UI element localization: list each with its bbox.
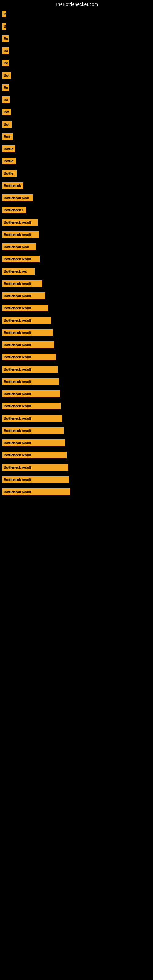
bar-label: Bottleneck result <box>2 439 65 446</box>
bar-label: Bo <box>2 35 9 42</box>
bar-row: Bo <box>2 59 151 68</box>
bar-row: Bottleneck result <box>2 218 151 227</box>
bar-row: Bottle <box>2 144 151 153</box>
bar-row-container: Bott <box>0 130 153 143</box>
bar-row: B <box>2 10 151 19</box>
bar-label: Bo <box>2 84 9 91</box>
bar-row: Bottleneck result <box>2 279 151 288</box>
bar-row-container: Bottleneck <box>0 180 153 192</box>
bar-row: Bottleneck r <box>2 205 151 215</box>
bar-row: Bottleneck result <box>2 414 151 423</box>
bar-row: Bottleneck result <box>2 389 151 398</box>
bar-row-container: Bottleneck result <box>0 486 153 498</box>
bar-row: Bottleneck resu <box>2 242 151 251</box>
bar-row-container: Bo <box>0 45 153 57</box>
bar-row-container: Bo <box>0 57 153 69</box>
bar-row-container: Bot <box>0 118 153 130</box>
bar-row-container: Bottleneck result <box>0 290 153 302</box>
bar-label: B <box>2 11 6 18</box>
bar-row-container: Bottleneck resu <box>0 192 153 204</box>
bar-row-container: Bot <box>0 69 153 81</box>
bar-label: Bottleneck result <box>2 354 56 360</box>
bar-label: Bottleneck result <box>2 317 51 324</box>
bar-row: Bottleneck result <box>2 230 151 239</box>
bar-row: Bot <box>2 120 151 129</box>
bar-label: Bottleneck resu <box>2 243 36 250</box>
bar-label: Bottleneck result <box>2 415 62 422</box>
bar-row: Bottleneck result <box>2 426 151 435</box>
bar-label: Bottleneck result <box>2 256 40 262</box>
bar-label: Bot <box>2 109 11 115</box>
bar-row-container: Bottleneck result <box>0 277 153 290</box>
bar-row-container: Bottleneck result <box>0 449 153 461</box>
bar-row-container: Bottleneck r <box>0 204 153 216</box>
bar-row-container: Bottleneck result <box>0 216 153 229</box>
bar-row: Bottleneck result <box>2 463 151 472</box>
bar-label: B <box>2 23 6 30</box>
bar-row: Bottle <box>2 156 151 166</box>
bar-row: Bot <box>2 108 151 117</box>
bar-label: Bottleneck result <box>2 390 60 397</box>
bar-label: Bottle <box>2 158 16 164</box>
bar-label: Bo <box>2 97 10 103</box>
bar-row: Bo <box>2 34 151 43</box>
bar-row-container: Bottle <box>0 167 153 180</box>
bar-row-container: Bottleneck result <box>0 425 153 437</box>
bar-row: Bottleneck result <box>2 450 151 460</box>
bar-row: Bottleneck result <box>2 365 151 374</box>
bar-row-container: Bottleneck result <box>0 375 153 388</box>
bar-row: Bottleneck result <box>2 401 151 411</box>
bar-row: Bottleneck result <box>2 438 151 447</box>
bar-row: Bot <box>2 71 151 80</box>
bar-row-container: Bo <box>0 32 153 45</box>
bar-row-container: Bottleneck result <box>0 437 153 449</box>
bar-label: Bot <box>2 121 12 128</box>
bar-row-container: Bottle <box>0 155 153 167</box>
bar-row-container: Bottleneck result <box>0 314 153 326</box>
bar-label: Bottleneck result <box>2 342 54 348</box>
bar-label: Bottleneck result <box>2 293 45 299</box>
bar-label: Bo <box>2 60 9 67</box>
bar-row: Bottleneck result <box>2 255 151 264</box>
bar-row-container: Bottleneck result <box>0 326 153 339</box>
bar-row-container: Bottleneck resu <box>0 241 153 253</box>
bar-label: Bott <box>2 133 13 140</box>
bar-label: Bottleneck result <box>2 476 69 483</box>
bar-row-container: Bo <box>0 94 153 106</box>
bar-label: Bottleneck result <box>2 427 64 434</box>
bar-label: Bottleneck result <box>2 464 68 471</box>
bar-label: Bottleneck result <box>2 403 61 409</box>
bar-label: Bottle <box>2 170 16 177</box>
bar-row-container: Bottleneck result <box>0 400 153 412</box>
bar-label: Bottleneck result <box>2 280 42 287</box>
bar-label: Bottleneck r <box>2 207 26 213</box>
bar-row: Bottleneck resu <box>2 193 151 202</box>
bar-label: Bottleneck <box>2 182 23 189</box>
site-title: TheBottlenecker.com <box>0 0 153 8</box>
bar-label: Bottleneck result <box>2 378 59 385</box>
bar-row: Bottleneck result <box>2 328 151 337</box>
bar-row-container: B <box>0 8 153 20</box>
bar-row: Bottleneck res <box>2 267 151 276</box>
bar-row-container: Bot <box>0 106 153 118</box>
bar-row-container: Bottleneck result <box>0 412 153 425</box>
bar-row-container: B <box>0 20 153 32</box>
bar-row-container: Bo <box>0 81 153 94</box>
bar-row: Bo <box>2 46 151 56</box>
bar-row-container: Bottleneck result <box>0 302 153 314</box>
bar-row: Bo <box>2 95 151 105</box>
bar-row: Bottleneck result <box>2 340 151 350</box>
bar-label: Bot <box>2 72 11 79</box>
bar-row: Bottleneck result <box>2 377 151 386</box>
bar-label: Bo <box>2 48 9 54</box>
bar-row-container: Bottleneck result <box>0 351 153 363</box>
bar-label: Bottle <box>2 145 15 152</box>
bar-label: Bottleneck result <box>2 329 53 336</box>
bar-row-container: Bottleneck result <box>0 474 153 486</box>
bar-label: Bottleneck result <box>2 231 39 238</box>
bar-row: Bottleneck result <box>2 304 151 313</box>
bar-label: Bottleneck result <box>2 452 67 458</box>
bar-label: Bottleneck res <box>2 268 35 275</box>
bar-label: Bottleneck resu <box>2 194 33 201</box>
bar-row-container: Bottleneck result <box>0 253 153 265</box>
